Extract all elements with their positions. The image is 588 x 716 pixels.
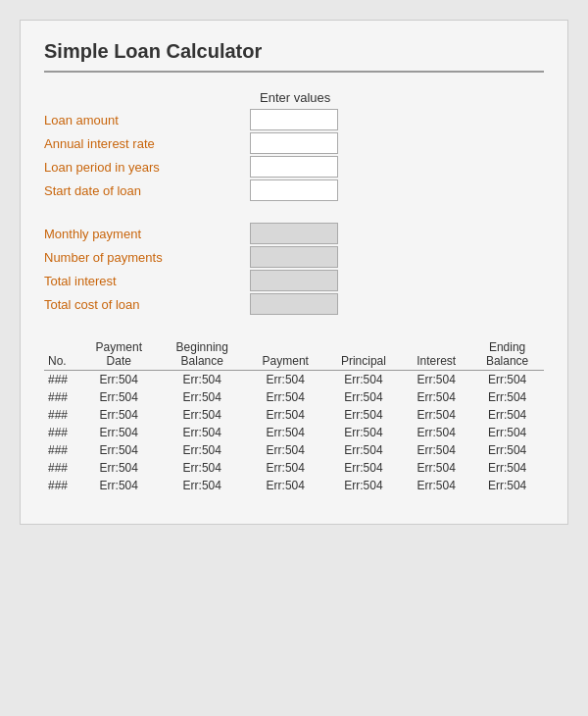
total-cost-label: Total cost of loan [44, 297, 250, 312]
table-cell: ### [44, 388, 79, 406]
table-cell: Err:504 [246, 459, 325, 477]
table-body: ###Err:504Err:504Err:504Err:504Err:504Er… [44, 371, 544, 495]
table-cell: ### [44, 371, 79, 389]
num-payments-value [250, 246, 338, 268]
table-cell: Err:504 [79, 477, 159, 494]
table-cell: Err:504 [325, 441, 403, 459]
interest-rate-input[interactable] [250, 132, 338, 154]
table-cell: Err:504 [159, 441, 246, 459]
output-section: Monthly payment Number of payments Total… [44, 223, 544, 315]
table-cell: Err:504 [325, 459, 403, 477]
table-cell: Err:504 [246, 388, 325, 406]
table-cell: Err:504 [402, 406, 470, 424]
loan-period-row: Loan period in years [44, 156, 544, 178]
table-cell: Err:504 [325, 371, 403, 389]
table-header-row: No. PaymentDate BeginningBalance Payment… [44, 338, 544, 371]
interest-rate-label: Annual interest rate [44, 136, 250, 151]
table-cell: Err:504 [159, 371, 246, 389]
interest-rate-row: Annual interest rate [44, 132, 544, 154]
monthly-payment-row: Monthly payment [44, 223, 544, 244]
page-title: Simple Loan Calculator [44, 40, 544, 63]
table-row: ###Err:504Err:504Err:504Err:504Err:504Er… [44, 388, 544, 406]
col-header-beginning-balance: BeginningBalance [159, 338, 246, 371]
num-payments-row: Number of payments [44, 246, 544, 268]
table-cell: Err:504 [79, 459, 159, 477]
table-row: ###Err:504Err:504Err:504Err:504Err:504Er… [44, 441, 544, 459]
amortization-table-section: No. PaymentDate BeginningBalance Payment… [44, 338, 544, 494]
table-cell: Err:504 [246, 477, 325, 494]
start-date-row: Start date of loan [44, 179, 544, 201]
start-date-input[interactable] [250, 179, 338, 201]
table-cell: Err:504 [402, 371, 470, 389]
table-cell: Err:504 [325, 388, 403, 406]
loan-period-label: Loan period in years [44, 160, 250, 175]
table-cell: Err:504 [246, 406, 325, 424]
total-interest-row: Total interest [44, 270, 544, 291]
total-cost-value [250, 293, 338, 315]
table-cell: Err:504 [470, 406, 544, 424]
col-header-interest: Interest [402, 338, 470, 371]
total-interest-label: Total interest [44, 274, 250, 288]
table-cell: Err:504 [159, 424, 246, 441]
col-header-no: No. [44, 338, 79, 371]
calculator-card: Simple Loan Calculator Enter values Loan… [20, 20, 568, 525]
table-cell: Err:504 [79, 441, 159, 459]
table-cell: Err:504 [402, 424, 470, 441]
table-cell: Err:504 [470, 424, 544, 441]
table-row: ###Err:504Err:504Err:504Err:504Err:504Er… [44, 371, 544, 389]
table-cell: Err:504 [159, 406, 246, 424]
col-header-payment-date: PaymentDate [79, 338, 159, 371]
table-cell: Err:504 [79, 371, 159, 389]
start-date-label: Start date of loan [44, 183, 250, 198]
table-cell: Err:504 [402, 477, 470, 494]
table-cell: Err:504 [79, 424, 159, 441]
table-cell: Err:504 [470, 371, 544, 389]
input-section: Enter values Loan amount Annual interest… [44, 90, 544, 203]
table-cell: Err:504 [402, 441, 470, 459]
table-cell: Err:504 [325, 424, 403, 441]
col-header-ending-balance: EndingBalance [470, 338, 544, 371]
table-cell: ### [44, 406, 79, 424]
monthly-payment-value [250, 223, 338, 244]
table-cell: ### [44, 441, 79, 459]
table-cell: Err:504 [402, 388, 470, 406]
table-row: ###Err:504Err:504Err:504Err:504Err:504Er… [44, 459, 544, 477]
table-cell: Err:504 [470, 388, 544, 406]
loan-amount-row: Loan amount [44, 109, 544, 130]
table-cell: Err:504 [79, 388, 159, 406]
table-cell: Err:504 [159, 459, 246, 477]
loan-period-input[interactable] [250, 156, 338, 178]
table-row: ###Err:504Err:504Err:504Err:504Err:504Er… [44, 406, 544, 424]
table-cell: Err:504 [159, 477, 246, 494]
total-interest-value [250, 270, 338, 291]
table-cell: Err:504 [470, 477, 544, 494]
table-cell: Err:504 [470, 441, 544, 459]
amortization-table: No. PaymentDate BeginningBalance Payment… [44, 338, 544, 494]
table-cell: Err:504 [246, 371, 325, 389]
table-cell: Err:504 [159, 388, 246, 406]
col-header-principal: Principal [325, 338, 403, 371]
table-cell: ### [44, 424, 79, 441]
enter-values-label: Enter values [260, 90, 330, 105]
table-cell: Err:504 [325, 477, 403, 494]
table-cell: Err:504 [325, 406, 403, 424]
monthly-payment-label: Monthly payment [44, 227, 250, 241]
loan-amount-label: Loan amount [44, 113, 250, 128]
table-cell: Err:504 [246, 424, 325, 441]
num-payments-label: Number of payments [44, 250, 250, 265]
table-cell: Err:504 [246, 441, 325, 459]
table-row: ###Err:504Err:504Err:504Err:504Err:504Er… [44, 477, 544, 494]
table-cell: ### [44, 477, 79, 494]
total-cost-row: Total cost of loan [44, 293, 544, 315]
table-cell: Err:504 [402, 459, 470, 477]
table-cell: Err:504 [79, 406, 159, 424]
loan-amount-input[interactable] [250, 109, 338, 130]
col-header-payment: Payment [246, 338, 325, 371]
table-cell: Err:504 [470, 459, 544, 477]
table-cell: ### [44, 459, 79, 477]
title-divider [44, 71, 544, 73]
table-row: ###Err:504Err:504Err:504Err:504Err:504Er… [44, 424, 544, 441]
